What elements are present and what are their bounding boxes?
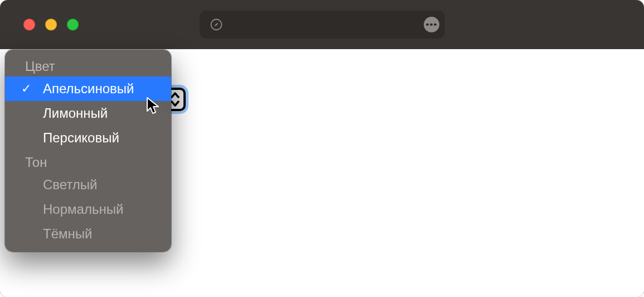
option-orange[interactable]: ✓ Апельсиновый (5, 76, 171, 101)
option-peach[interactable]: Персиковый (5, 126, 171, 150)
address-input[interactable] (223, 18, 424, 31)
titlebar (0, 0, 644, 49)
browser-window: Цвет ✓ Апельсиновый Лимонный Персиковый … (0, 0, 644, 297)
optgroup-label: Цвет (5, 54, 171, 76)
select-dropdown: Цвет ✓ Апельсиновый Лимонный Персиковый … (5, 50, 171, 252)
checkmark-icon: ✓ (18, 82, 34, 96)
address-bar[interactable] (200, 11, 445, 39)
maximize-window-button[interactable] (67, 19, 79, 31)
minimize-window-button[interactable] (45, 19, 57, 31)
optgroup-label: Тон (5, 150, 171, 173)
window-controls (23, 19, 79, 31)
close-window-button[interactable] (23, 19, 35, 31)
page-content: Цвет ✓ Апельсиновый Лимонный Персиковый … (0, 49, 644, 297)
option-lemon[interactable]: Лимонный (5, 101, 171, 126)
option-normal[interactable]: Нормальный (5, 197, 171, 222)
option-dark[interactable]: Тёмный (5, 222, 171, 246)
compass-icon (210, 18, 223, 31)
option-light[interactable]: Светлый (5, 173, 171, 197)
more-icon[interactable] (424, 17, 439, 32)
